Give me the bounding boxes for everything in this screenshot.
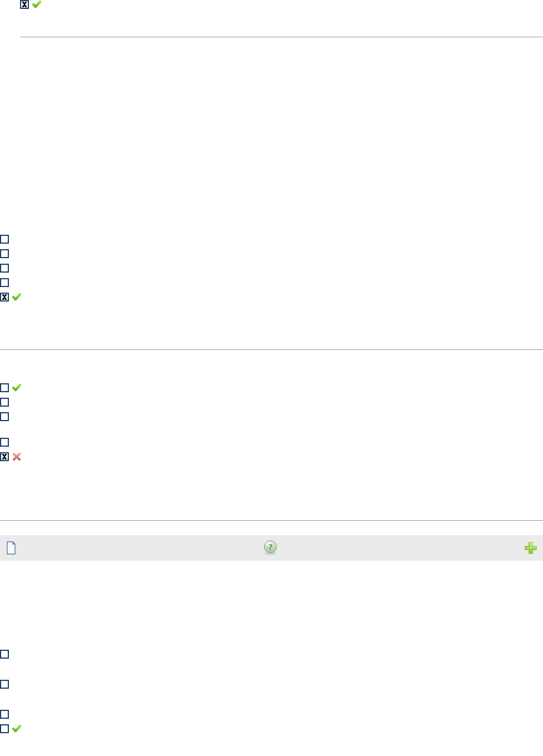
checkbox[interactable]	[0, 680, 9, 689]
checkbox[interactable]	[0, 724, 9, 733]
block2-row-4	[0, 293, 543, 302]
block4-row-1	[0, 680, 543, 689]
checkmark-icon	[32, 1, 41, 8]
block2-row-2	[0, 264, 543, 273]
checkbox[interactable]	[0, 650, 9, 659]
block3b-row-0	[0, 438, 543, 447]
checkbox[interactable]	[0, 398, 9, 407]
checkmark-icon	[12, 384, 21, 392]
block2-row-1	[0, 249, 543, 258]
x-mark-icon	[12, 453, 21, 461]
checkbox[interactable]	[0, 710, 9, 719]
block3b-row-1	[0, 452, 543, 461]
block1-row-0	[20, 0, 543, 9]
block4-row-0	[0, 650, 543, 659]
svg-text:?: ?	[269, 543, 273, 551]
checkbox[interactable]	[0, 412, 9, 421]
checkbox[interactable]	[0, 438, 9, 447]
add-icon[interactable]	[524, 541, 537, 555]
checkmark-icon	[12, 293, 21, 301]
checkbox[interactable]	[0, 452, 9, 461]
checkbox[interactable]	[0, 264, 9, 273]
page-icon[interactable]	[6, 541, 17, 555]
checkmark-icon	[12, 725, 21, 733]
block4-row-2	[0, 710, 543, 719]
block4-row-3	[0, 724, 543, 733]
block3a-row-2	[0, 412, 543, 421]
toolbar: ?	[0, 535, 543, 561]
block3a-row-0	[0, 383, 543, 392]
checkbox[interactable]	[20, 0, 29, 9]
help-icon[interactable]: ?	[262, 540, 279, 556]
block2-row-0	[0, 235, 543, 244]
checkbox[interactable]	[0, 249, 9, 258]
block2-row-3	[0, 278, 543, 287]
checkbox[interactable]	[0, 383, 9, 392]
checkbox[interactable]	[0, 278, 9, 287]
checkbox[interactable]	[0, 235, 9, 244]
checkbox[interactable]	[0, 293, 9, 302]
block3a-row-1	[0, 398, 543, 407]
